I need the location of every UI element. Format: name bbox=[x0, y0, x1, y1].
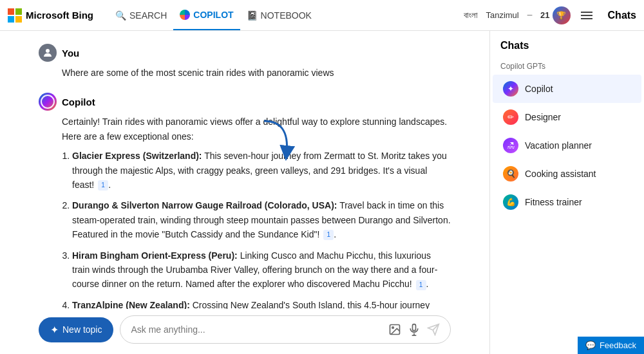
sidebar-fitness-label: Fitness trainer bbox=[525, 197, 582, 207]
nav-copilot[interactable]: COPILOT bbox=[173, 0, 240, 30]
brand-logo-area: Microsoft Bing bbox=[8, 8, 93, 23]
chat-messages: You Where are some of the most scenic tr… bbox=[0, 31, 489, 309]
copilot-avatar bbox=[39, 93, 57, 111]
sidebar-item-vacation[interactable]: 🏖 Vacation planner bbox=[493, 131, 641, 160]
header-right: বাংলা Tanzimul − 21 🏆 Chats bbox=[464, 6, 636, 24]
top-nav: 🔍 SEARCH COPILOT 📓 NOTEBOOK bbox=[109, 0, 318, 30]
score-value: 21 bbox=[540, 10, 549, 20]
item-title: Glacier Express (Switzerland): bbox=[72, 151, 202, 161]
list-item: Hiram Bingham Orient-Express (Peru): Lin… bbox=[72, 248, 451, 292]
chat-input-container bbox=[120, 315, 451, 344]
list-item: TranzAlpine (New Zealand): Crossing New … bbox=[72, 298, 451, 309]
ref-badge: 1 bbox=[323, 230, 334, 240]
copilot-sender-name: Copilot bbox=[62, 97, 95, 107]
svg-rect-0 bbox=[8, 8, 14, 15]
fitness-sidebar-icon: 💪 bbox=[503, 194, 518, 210]
search-nav-icon: 🔍 bbox=[115, 10, 126, 21]
new-topic-button[interactable]: ✦ New topic bbox=[39, 317, 113, 342]
reward-icon: 🏆 bbox=[553, 6, 571, 24]
list-item: Durango & Silverton Narrow Gauge Railroa… bbox=[72, 198, 451, 241]
item-title: Durango & Silverton Narrow Gauge Railroa… bbox=[72, 200, 337, 210]
input-row: ✦ New topic bbox=[39, 315, 451, 344]
cooking-sidebar-icon: 🍳 bbox=[503, 166, 518, 182]
svg-point-4 bbox=[46, 49, 50, 53]
language-selector[interactable]: বাংলা bbox=[464, 10, 478, 21]
svg-rect-1 bbox=[15, 8, 22, 15]
main-body: You Where are some of the most scenic tr… bbox=[0, 31, 644, 354]
sidebar-designer-label: Designer bbox=[525, 112, 561, 122]
ref-badge: 1 bbox=[416, 280, 426, 290]
user-sender-name: You bbox=[62, 48, 79, 59]
sidebar-section-label: Copilot GPTs bbox=[490, 58, 644, 75]
feedback-button[interactable]: 💬 Feedback bbox=[578, 337, 644, 354]
user-message: You Where are some of the most scenic tr… bbox=[39, 44, 451, 80]
copilot-message: Copilot Certainly! Train rides with pano… bbox=[39, 93, 451, 309]
chats-panel-title: Chats bbox=[608, 10, 636, 21]
minus-button[interactable]: − bbox=[527, 10, 533, 21]
send-button[interactable] bbox=[427, 323, 440, 336]
sidebar: Chats Copilot GPTs ✦ Copilot ✏ Designer … bbox=[489, 31, 644, 354]
sidebar-cooking-label: Cooking assistant bbox=[525, 169, 596, 179]
nav-notebook[interactable]: 📓 NOTEBOOK bbox=[240, 0, 318, 30]
feedback-icon: 💬 bbox=[585, 340, 596, 350]
chat-area: You Where are some of the most scenic tr… bbox=[0, 31, 489, 354]
brand-name: Microsoft Bing bbox=[26, 10, 93, 21]
sidebar-header: Chats bbox=[490, 31, 644, 58]
new-topic-icon: ✦ bbox=[50, 324, 59, 336]
svg-rect-7 bbox=[413, 324, 416, 331]
svg-rect-3 bbox=[15, 16, 22, 23]
microsoft-logo-icon bbox=[8, 8, 22, 23]
svg-rect-2 bbox=[8, 16, 14, 23]
sidebar-item-fitness[interactable]: 💪 Fitness trainer bbox=[493, 188, 641, 216]
sidebar-copilot-label: Copilot bbox=[525, 84, 553, 94]
sidebar-item-cooking[interactable]: 🍳 Cooking assistant bbox=[493, 160, 641, 188]
user-message-body: Where are some of the most scenic train … bbox=[62, 66, 451, 80]
nav-search[interactable]: 🔍 SEARCH bbox=[109, 0, 173, 30]
username-display: Tanzimul bbox=[486, 10, 518, 20]
input-actions bbox=[388, 323, 440, 336]
sidebar-vacation-label: Vacation planner bbox=[525, 140, 592, 151]
notebook-nav-icon: 📓 bbox=[247, 10, 258, 21]
chat-input[interactable] bbox=[131, 324, 388, 335]
user-message-header: You bbox=[39, 44, 451, 62]
copilot-nav-icon bbox=[180, 10, 190, 20]
svg-point-6 bbox=[392, 327, 394, 329]
ref-badge: 1 bbox=[98, 180, 108, 191]
hamburger-menu[interactable] bbox=[578, 9, 595, 22]
list-item: Glacier Express (Switzerland): This seve… bbox=[72, 149, 451, 192]
voice-input-button[interactable] bbox=[408, 323, 421, 336]
copilot-message-header: Copilot bbox=[39, 93, 451, 111]
sidebar-item-copilot[interactable]: ✦ Copilot bbox=[493, 75, 641, 103]
copilot-sidebar-icon: ✦ bbox=[503, 81, 518, 97]
sidebar-item-designer[interactable]: ✏ Designer bbox=[493, 103, 641, 131]
copilot-list: Glacier Express (Switzerland): This seve… bbox=[72, 149, 451, 309]
item-title: Hiram Bingham Orient-Express (Peru): bbox=[72, 250, 238, 261]
item-title: TranzAlpine (New Zealand): bbox=[72, 300, 190, 309]
designer-sidebar-icon: ✏ bbox=[503, 109, 518, 125]
header: Microsoft Bing 🔍 SEARCH COPILOT 📓 NOTEBO… bbox=[0, 0, 644, 31]
user-avatar bbox=[39, 44, 57, 62]
chat-input-area: ✦ New topic bbox=[0, 309, 489, 354]
image-input-button[interactable] bbox=[388, 323, 401, 336]
vacation-sidebar-icon: 🏖 bbox=[503, 138, 518, 153]
copilot-message-body: Certainly! Train rides with panoramic vi… bbox=[62, 115, 451, 309]
score-area: 21 🏆 bbox=[540, 6, 570, 24]
